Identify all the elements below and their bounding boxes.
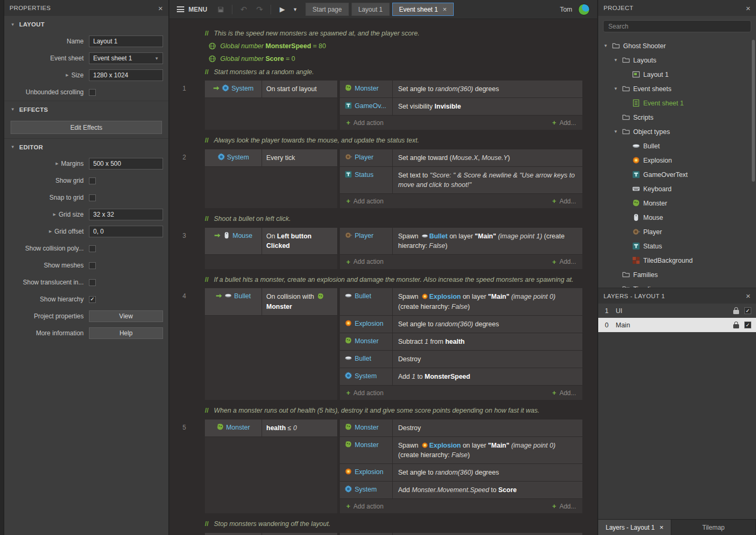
- play-button[interactable]: ▶: [275, 3, 290, 16]
- tree-item-tiledbackground[interactable]: TiledBackground: [598, 253, 756, 268]
- add-action-link[interactable]: +Add action: [346, 389, 383, 397]
- tree-item-keyboard[interactable]: Keyboard: [598, 182, 756, 196]
- tree-item-mouse[interactable]: Mouse: [598, 210, 756, 225]
- add-more-link[interactable]: +Add...: [552, 389, 576, 397]
- event-condition[interactable]: MonsterIs outside layout: [205, 533, 337, 535]
- section-header-layout[interactable]: ▼ LAYOUT: [4, 16, 168, 33]
- unbounded-scrolling-checkbox[interactable]: [89, 89, 96, 96]
- section-header-editor[interactable]: ▼ EDITOR: [4, 138, 168, 155]
- bottom-tab-tilemap[interactable]: Tilemap: [671, 520, 756, 535]
- redo-button[interactable]: ↷: [252, 3, 267, 16]
- event-action[interactable]: ExplosionSet angle to random(360) degree…: [340, 316, 582, 333]
- tree-item-ghost-shooter[interactable]: ▼Ghost Shooter: [598, 39, 756, 53]
- add-action-link[interactable]: +Add action: [346, 119, 383, 127]
- show-grid-checkbox[interactable]: [89, 177, 96, 184]
- layer-row-ui[interactable]: 1UI✓: [598, 304, 756, 318]
- show-translucent-in-checkbox[interactable]: [89, 279, 96, 286]
- tree-item-families[interactable]: Families: [598, 268, 756, 282]
- collapse-icon[interactable]: ▼: [613, 129, 619, 134]
- collapse-icon[interactable]: ▼: [613, 287, 619, 288]
- event-comment[interactable]: //Start monsters at a random angle.: [205, 68, 582, 77]
- event-action[interactable]: SystemAdd 1 to MonsterSpeed: [340, 368, 582, 386]
- add-action-link[interactable]: +Add action: [346, 503, 383, 510]
- name-input[interactable]: [89, 35, 163, 47]
- search-input[interactable]: [603, 20, 751, 32]
- event-comment[interactable]: //Always look the player towards the mou…: [205, 136, 582, 146]
- event-comment[interactable]: //When a monster runs out of health (5 h…: [205, 406, 582, 416]
- add-action-link[interactable]: +Add action: [346, 198, 383, 205]
- tree-item-object-types[interactable]: ▼Object types: [598, 124, 756, 139]
- grid-offset-input[interactable]: [89, 226, 163, 237]
- play-dropdown-icon[interactable]: ▼: [291, 3, 299, 16]
- expand-arrow-icon[interactable]: ▶: [66, 73, 68, 77]
- tree-item-scripts[interactable]: Scripts: [598, 110, 756, 124]
- event-comment[interactable]: //This is the speed new monsters are spa…: [205, 29, 582, 39]
- show-meshes-checkbox[interactable]: [89, 262, 96, 269]
- tab-start-page[interactable]: Start page: [305, 3, 348, 16]
- add-more-link[interactable]: +Add...: [552, 503, 576, 510]
- collapse-icon[interactable]: ▼: [602, 43, 609, 48]
- size-input[interactable]: [89, 69, 163, 81]
- tree-item-gameovertext[interactable]: GameOverText: [598, 167, 756, 182]
- edit-effects-button[interactable]: Edit Effects: [11, 121, 162, 134]
- event-action[interactable]: MonsterSubtract 1 from health: [340, 333, 582, 351]
- show-collision-poly-checkbox[interactable]: [89, 245, 96, 252]
- add-more-link[interactable]: +Add...: [552, 119, 576, 127]
- event-action[interactable]: PlayerSpawn Bullet on layer "Main" (imag…: [340, 228, 582, 255]
- show-hierarchy-checkbox[interactable]: ✓: [89, 296, 96, 303]
- event-action[interactable]: MonsterSpawn Explosion on layer "Main" (…: [340, 437, 582, 464]
- event-condition[interactable]: SystemEvery tick: [205, 149, 337, 167]
- more-information-button[interactable]: Help: [89, 327, 163, 339]
- close-tab-icon[interactable]: ×: [443, 6, 447, 13]
- lock-icon[interactable]: [733, 310, 739, 314]
- close-icon[interactable]: ×: [746, 292, 751, 300]
- close-tab-icon[interactable]: ×: [660, 524, 664, 531]
- tree-item-status[interactable]: Status: [598, 239, 756, 253]
- layer-visible-checkbox[interactable]: ✓: [744, 322, 751, 328]
- event-action[interactable]: BulletDestroy: [340, 351, 582, 368]
- tree-item-explosion[interactable]: Explosion: [598, 153, 756, 167]
- tree-item-event-sheets[interactable]: ▼Event sheets: [598, 82, 756, 96]
- tree-item-player[interactable]: Player: [598, 225, 756, 239]
- tree-item-monster[interactable]: Monster: [598, 196, 756, 210]
- event-action[interactable]: StatusSet text to "Score: " & Score & ne…: [340, 167, 582, 194]
- tree-item-event-sheet-1[interactable]: Event sheet 1: [598, 96, 756, 110]
- collapse-icon[interactable]: ▼: [613, 58, 619, 63]
- grid-size-input[interactable]: [89, 209, 163, 220]
- tab-layout-1[interactable]: Layout 1: [352, 3, 390, 16]
- snap-to-grid-checkbox[interactable]: [89, 194, 96, 201]
- collapse-icon[interactable]: ▼: [613, 86, 619, 91]
- add-more-link[interactable]: +Add...: [552, 258, 576, 265]
- menu-button[interactable]: MENU: [175, 3, 212, 16]
- global-variable[interactable]: Global number Score = 0: [209, 55, 582, 63]
- event-condition[interactable]: BulletOn collision with Monster: [205, 288, 337, 315]
- expand-arrow-icon[interactable]: ▶: [49, 229, 51, 234]
- tab-event-sheet-1[interactable]: Event sheet 1×: [392, 3, 454, 16]
- undo-button[interactable]: ↶: [236, 3, 251, 16]
- tree-item-timelines[interactable]: ▼Timelines: [598, 282, 756, 288]
- tree-item-bullet[interactable]: Bullet: [598, 139, 756, 153]
- tree-item-layout-1[interactable]: Layout 1: [598, 67, 756, 82]
- save-button[interactable]: [213, 3, 228, 16]
- user-avatar[interactable]: [578, 4, 590, 15]
- event-comment[interactable]: //Shoot a bullet on left click.: [205, 215, 582, 224]
- close-icon[interactable]: ×: [158, 4, 163, 12]
- event-sheet-select[interactable]: Event sheet 1▼: [89, 52, 163, 64]
- add-action-link[interactable]: +Add action: [346, 258, 383, 265]
- bottom-tab-layers-layout-1[interactable]: Layers - Layout 1×: [598, 520, 671, 535]
- expand-arrow-icon[interactable]: ▶: [53, 212, 56, 217]
- global-variable[interactable]: Global number MonsterSpeed = 80: [209, 42, 582, 50]
- event-comment[interactable]: //If a bullet hits a monster, create an …: [205, 275, 582, 285]
- event-action[interactable]: MonsterDestroy: [340, 420, 582, 437]
- event-comment[interactable]: //Stop monsters wandering off the layout…: [205, 520, 582, 529]
- scrollbar-thumb[interactable]: [752, 40, 755, 182]
- event-condition[interactable]: SystemOn start of layout: [205, 81, 337, 98]
- event-action[interactable]: SystemAdd Monster.Movement.Speed to Scor…: [340, 482, 582, 499]
- margins-input[interactable]: [89, 158, 163, 170]
- event-action[interactable]: PlayerSet angle toward (Mouse.X, Mouse.Y…: [340, 149, 582, 167]
- event-condition[interactable]: Monsterhealth ≤ 0: [205, 420, 337, 437]
- event-action[interactable]: MonsterSet angle to random(360) degrees: [340, 81, 582, 98]
- close-icon[interactable]: ×: [746, 4, 751, 12]
- layer-row-main[interactable]: 0Main✓: [598, 318, 756, 332]
- tree-item-layouts[interactable]: ▼Layouts: [598, 53, 756, 67]
